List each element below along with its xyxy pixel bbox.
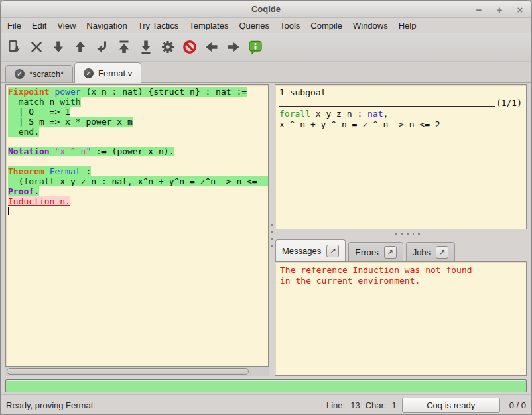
- right-column: 1 subgoal (1/1) forall x y z n : nat,x ^…: [275, 84, 527, 376]
- tab-check-icon: ✓: [15, 69, 25, 79]
- coqide-window: CoqIde −+× FileEditViewNavigationTry Tac…: [0, 0, 532, 415]
- text-cursor: [8, 207, 9, 215]
- line-text: | S m => x * power x m: [8, 117, 133, 127]
- messages-view[interactable]: The reference Induction was not foundin …: [275, 261, 527, 376]
- job-counter: 0 / 0: [509, 400, 526, 410]
- tab-label: Jobs: [413, 247, 431, 257]
- menu-item-queries[interactable]: Queries: [233, 19, 275, 32]
- code-line: | O => 1: [8, 107, 268, 117]
- line-text: (forall x y z n : nat, x^n + y^n = z^n -…: [8, 176, 268, 186]
- tab-label: *scratch*: [29, 69, 64, 79]
- char-label: Char:: [366, 400, 387, 410]
- toolbar-button-gear[interactable]: [157, 36, 178, 58]
- toolbar-button-go-to-start[interactable]: [113, 36, 135, 58]
- progress-bar: [5, 379, 527, 392]
- window-title: CoqIde: [251, 4, 281, 14]
- toolbar-button-go-to-cursor[interactable]: [91, 36, 113, 58]
- menu-item-file[interactable]: File: [2, 19, 27, 32]
- toolbar-button-go-to-end[interactable]: [135, 36, 157, 58]
- editor-column: Fixpoint power (x n : nat) {struct n} : …: [5, 84, 269, 376]
- next-icon: [226, 39, 241, 55]
- line-text: Fixpoint power (x n : nat) {struct n} : …: [8, 87, 247, 97]
- goals-view[interactable]: 1 subgoal (1/1) forall x y z n : nat,x ^…: [275, 84, 527, 229]
- detach-button[interactable]: ↗: [326, 245, 339, 257]
- tab-label: Fermat.v: [98, 68, 132, 78]
- close-button[interactable]: ×: [515, 5, 525, 15]
- maximize-button[interactable]: +: [495, 5, 504, 15]
- menu-item-try-tactics[interactable]: Try Tactics: [133, 19, 184, 32]
- close-document-icon: [29, 39, 44, 55]
- message-line: The reference Induction was not found: [280, 265, 521, 276]
- coq-status: Coq is ready: [402, 398, 500, 413]
- menu-item-navigation[interactable]: Navigation: [81, 19, 132, 32]
- code-line: forall x y z n : nat,: [279, 109, 522, 119]
- save-icon: [7, 39, 23, 55]
- line-text: Induction n.: [8, 196, 70, 206]
- menu-item-compile[interactable]: Compile: [305, 19, 348, 32]
- interrupt-icon: [182, 39, 198, 55]
- gear-icon: [160, 39, 176, 55]
- menubar: FileEditViewNavigationTry TacticsTemplat…: [1, 18, 531, 33]
- detach-button[interactable]: ↗: [384, 246, 397, 259]
- go-up-icon: [72, 39, 88, 55]
- status-right: Line: 13 Char: 1 Coq is ready 0 / 0: [326, 398, 526, 413]
- goals-header: 1 subgoal: [279, 88, 522, 98]
- code-line: Theorem Fermat :: [8, 166, 268, 176]
- minimize-button[interactable]: −: [474, 5, 484, 15]
- toolbar-button-next[interactable]: [222, 36, 244, 58]
- titlebar: CoqIde −+×: [1, 1, 531, 18]
- menu-item-windows[interactable]: Windows: [348, 19, 393, 32]
- tab-fermat-v[interactable]: ✓Fermat.v: [74, 62, 141, 83]
- goal-counter: (1/1): [495, 98, 522, 109]
- messages-tabrow: Messages↗Errors↗Jobs↗: [275, 238, 527, 261]
- go-down-icon: [50, 39, 66, 55]
- tab-scratch[interactable]: ✓*scratch*: [5, 65, 73, 82]
- toolbar-button-previous[interactable]: [200, 36, 222, 58]
- code-line: Fixpoint power (x n : nat) {struct n} : …: [8, 87, 268, 97]
- statusbar: Ready, proving Fermat Line: 13 Char: 1 C…: [1, 394, 531, 414]
- document-tabbar: ✓*scratch*✓Fermat.v: [1, 62, 531, 83]
- char-value: 1: [391, 400, 396, 410]
- code-line: Proof.: [8, 186, 268, 196]
- toolbar-button-go-up[interactable]: [69, 36, 91, 58]
- toolbar: [1, 33, 531, 62]
- horizontal-splitter[interactable]: [275, 229, 527, 238]
- line-text: Proof.: [8, 186, 39, 196]
- tab-messages[interactable]: Messages↗: [275, 239, 346, 262]
- goal-separator-line: [279, 106, 495, 107]
- code-line: x ^ n + y ^ n = z ^ n -> n <= 2: [279, 119, 522, 130]
- menu-item-view[interactable]: View: [52, 19, 81, 32]
- line-text: | O => 1: [8, 107, 70, 117]
- code-line: [8, 137, 268, 147]
- menu-item-edit[interactable]: Edit: [27, 19, 52, 32]
- line-value: 13: [350, 400, 360, 410]
- toolbar-button-go-down[interactable]: [47, 36, 69, 58]
- toolbar-button-close-document[interactable]: [25, 36, 47, 58]
- toolbar-button-interrupt[interactable]: [178, 36, 200, 58]
- vertical-splitter[interactable]: [269, 84, 275, 376]
- menu-item-tools[interactable]: Tools: [275, 19, 305, 32]
- messages-notebook: Messages↗Errors↗Jobs↗ The reference Indu…: [275, 238, 527, 376]
- progress-row: [1, 379, 531, 394]
- tab-jobs[interactable]: Jobs↗: [406, 242, 455, 261]
- code-line: [8, 206, 268, 216]
- message-line: in the current environment.: [280, 276, 521, 286]
- line-text: x ^ n + y ^ n = z ^ n -> n <= 2: [279, 119, 440, 129]
- code-editor[interactable]: Fixpoint power (x n : nat) {struct n} : …: [5, 84, 269, 367]
- detach-button[interactable]: ↗: [436, 246, 448, 259]
- goal-body: forall x y z n : nat,x ^ n + y ^ n = z ^…: [279, 109, 522, 130]
- go-to-end-icon: [138, 39, 154, 55]
- line-text: Notation "x ^ n" := (power x n).: [8, 147, 174, 156]
- main-area: Fixpoint power (x n : nat) {struct n} : …: [1, 83, 531, 379]
- menu-item-templates[interactable]: Templates: [184, 19, 233, 32]
- tab-label: Messages: [282, 246, 321, 256]
- toolbar-button-save[interactable]: [3, 36, 25, 58]
- toolbar-button-about[interactable]: [244, 36, 266, 58]
- horizontal-scrollbar-thumb[interactable]: [7, 368, 249, 375]
- horizontal-scrollbar[interactable]: [5, 367, 269, 376]
- code-line: | S m => x * power x m: [8, 117, 268, 127]
- tab-label: Errors: [355, 247, 378, 257]
- tab-errors[interactable]: Errors↗: [348, 242, 403, 261]
- menu-item-help[interactable]: Help: [393, 19, 422, 32]
- status-message: Ready, proving Fermat: [6, 400, 93, 410]
